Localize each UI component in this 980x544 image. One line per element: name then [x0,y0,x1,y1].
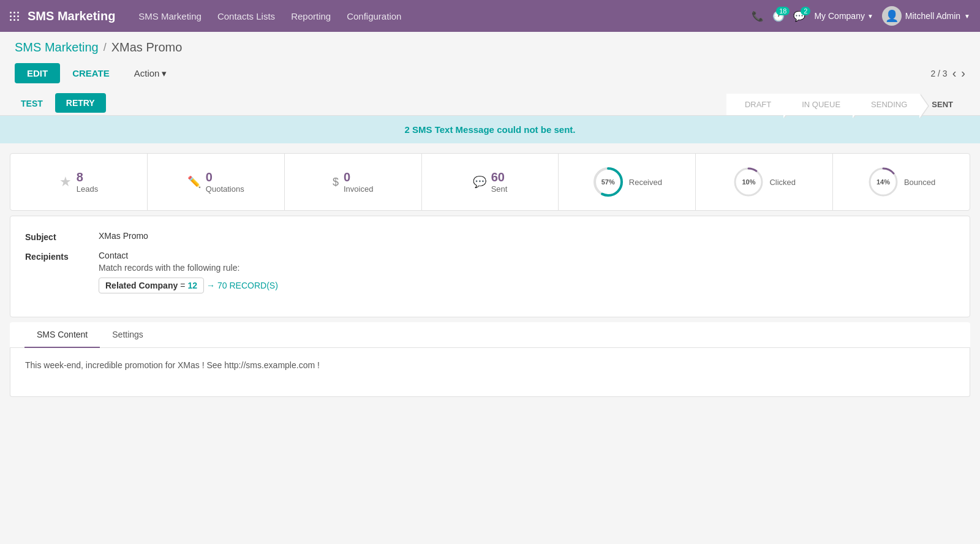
action-label: Action [134,68,160,78]
filter-key: Related Company [105,281,178,290]
quotations-count: 0 [206,170,244,184]
create-button[interactable]: CREATE [66,63,116,83]
dollar-icon: $ [333,176,339,189]
step-draft: DRAFT [726,94,783,115]
step-in-queue: IN QUEUE [783,94,853,115]
invoiced-count: 0 [344,170,373,184]
filter-val: 12 [187,281,197,290]
step-sending: SENDING [853,94,919,115]
action-chevron-icon: ▾ [162,68,167,79]
app-grid-icon[interactable] [10,12,19,21]
alert-banner: 2 SMS Text Message could not be sent. [0,116,980,143]
app-brand: SMS Marketing [28,9,115,23]
pencil-icon: ✏️ [187,175,201,189]
stat-leads[interactable]: ★ 8 Leads [10,154,148,210]
recipients-label: Recipients [25,251,99,262]
received-circle: 57% [592,166,624,198]
bounced-circle: 14% [867,166,899,198]
star-icon: ★ [59,174,72,190]
message-icon: 💬 [473,175,486,189]
recipients-row: Recipients Contact Match records with th… [25,251,955,293]
stats-row: ★ 8 Leads ✏️ 0 Quotations $ 0 Invoiced 💬 [10,153,970,211]
form-area: Subject XMas Promo Recipients Contact Ma… [10,216,970,317]
clicked-circle: 10% [733,166,764,198]
topnav-right: 📞 🕐 18 💬 2 My Company ▼ 👤 Mitchell Admin… [752,6,970,26]
chat-badge: 2 [801,7,810,15]
alert-message: 2 SMS Text Message could not be sent. [405,124,576,135]
stat-clicked[interactable]: 10% Clicked [696,154,833,210]
stat-bounced[interactable]: 14% Bounced [833,154,970,210]
nav-sms-marketing[interactable]: SMS Marketing [132,7,208,25]
stat-quotations[interactable]: ✏️ 0 Quotations [148,154,285,210]
recipients-value: Contact [99,251,278,260]
prev-record-button[interactable]: ‹ [952,66,957,80]
chat-icon[interactable]: 💬 2 [793,10,805,22]
sms-text: This week-end, incredible promotion for … [25,360,320,370]
breadcrumb: SMS Marketing / XMas Promo [0,32,980,58]
subject-value: XMas Promo [99,231,148,241]
received-label: Received [629,178,662,187]
breadcrumb-current: XMas Promo [111,40,183,55]
sent-count: 60 [491,170,508,184]
user-name: Mitchell Admin [905,11,960,21]
nav-configuration[interactable]: Configuration [341,7,407,25]
clicked-pct: 10% [742,178,755,186]
bounced-pct: 14% [876,178,890,186]
quotations-label: Quotations [206,184,244,194]
status-steps: DRAFT IN QUEUE SENDING SENT [726,94,965,115]
test-button[interactable]: TEST [15,94,49,115]
nav-contacts-lists[interactable]: Contacts Lists [211,7,281,25]
leads-label: Leads [77,184,98,194]
stat-invoiced[interactable]: $ 0 Invoiced [285,154,422,210]
tab-settings[interactable]: Settings [100,322,156,348]
bounced-label: Bounced [904,178,935,187]
arrow-icon: → [206,281,215,290]
stat-sent[interactable]: 💬 60 Sent [422,154,559,210]
company-chevron-icon: ▼ [867,13,873,20]
user-menu[interactable]: 👤 Mitchell Admin ▼ [882,6,970,26]
tabs: SMS Content Settings [10,322,970,348]
top-navigation: SMS Marketing SMS Marketing Contacts Lis… [0,0,980,32]
nav-reporting[interactable]: Reporting [285,7,337,25]
tab-sms-content[interactable]: SMS Content [24,322,100,348]
retry-button[interactable]: RETRY [55,93,106,113]
filter-op: = [180,281,185,290]
action-button[interactable]: Action ▾ [134,68,167,79]
clicked-label: Clicked [769,178,796,187]
records-link[interactable]: → 70 RECORD(S) [206,281,278,290]
toolbar: EDIT CREATE Action ▾ 2 / 3 ‹ › [0,58,980,91]
stat-received[interactable]: 57% Received [559,154,696,210]
avatar: 👤 [882,6,902,26]
subject-label: Subject [25,231,99,242]
sent-label: Sent [491,184,508,194]
activity-icon[interactable]: 🕐 18 [772,10,785,22]
breadcrumb-parent[interactable]: SMS Marketing [15,40,99,55]
pagination-text: 2 / 3 [930,69,947,78]
company-selector[interactable]: My Company ▼ [814,11,873,21]
records-count: 70 [217,281,227,290]
records-label: RECORD(S) [229,281,277,290]
nav-links: SMS Marketing Contacts Lists Reporting C… [132,7,752,25]
pagination-controls: 2 / 3 ‹ › [930,66,965,80]
leads-count: 8 [77,170,98,184]
edit-button[interactable]: EDIT [15,63,60,83]
subject-row: Subject XMas Promo [25,231,955,242]
invoiced-label: Invoiced [344,184,373,194]
breadcrumb-separator: / [104,41,107,54]
filter-tag[interactable]: Related Company = 12 [99,278,204,293]
match-text: Match records with the following rule: [99,263,278,273]
action-bar: TEST RETRY DRAFT IN QUEUE SENDING SENT [0,91,980,116]
content-wrapper: SMS Marketing / XMas Promo EDIT CREATE A… [0,32,980,544]
activity-badge: 18 [776,7,790,15]
user-chevron-icon: ▼ [964,13,970,20]
sms-content-area: This week-end, incredible promotion for … [10,348,970,397]
company-name: My Company [814,11,864,21]
phone-icon[interactable]: 📞 [752,10,764,22]
next-record-button[interactable]: › [961,66,965,80]
received-pct: 57% [601,178,615,186]
